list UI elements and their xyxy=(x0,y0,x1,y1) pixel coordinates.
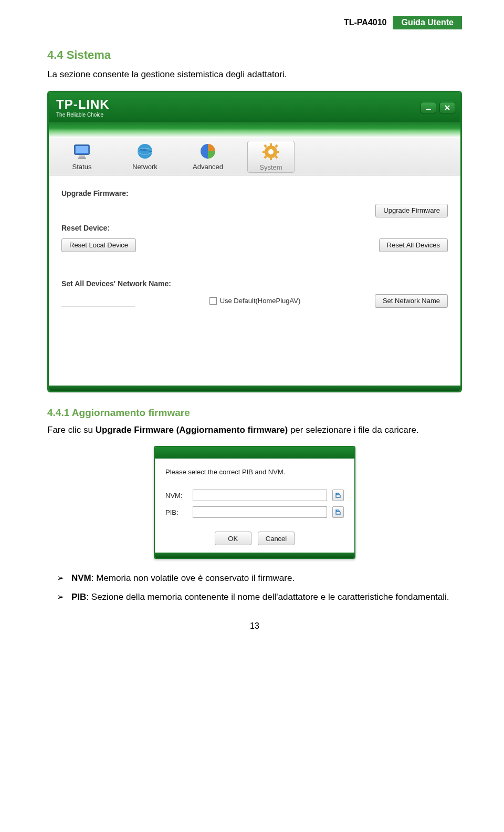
svg-rect-13 xyxy=(276,151,279,153)
dialog-prompt: Please select the correct PIB and NVM. xyxy=(165,468,344,476)
set-network-name-button[interactable]: Set Network Name xyxy=(375,294,448,308)
browse-icon xyxy=(335,492,341,498)
section-title: 4.4 Sistema xyxy=(47,48,462,62)
minimize-button[interactable] xyxy=(421,102,436,113)
dialog-buttons: OK Cancel xyxy=(165,532,344,545)
tab-label: Advanced xyxy=(193,163,223,171)
bullet-list: ➢ NVM: Memoria non volatile ove è conser… xyxy=(57,571,462,604)
upgrade-firmware-label: Upgrade Firmware: xyxy=(61,189,448,197)
globe-icon xyxy=(135,142,154,161)
desc-pre: Fare clic su xyxy=(47,425,96,435)
svg-rect-6 xyxy=(78,158,86,159)
nvm-input[interactable] xyxy=(193,490,327,501)
tab-status[interactable]: Status xyxy=(58,141,106,173)
decorative-swoosh xyxy=(49,122,460,138)
close-icon xyxy=(444,104,451,111)
svg-rect-10 xyxy=(270,143,272,147)
dialog-foot xyxy=(155,553,354,558)
tab-advanced[interactable]: Advanced xyxy=(184,141,232,173)
app-titlebar: TP-LINK The Reliable Choice xyxy=(49,92,460,122)
use-default-checkbox[interactable]: Use Default(HomePlugAV) xyxy=(209,297,301,305)
svg-rect-11 xyxy=(270,157,272,160)
pib-input[interactable] xyxy=(193,506,327,518)
close-button[interactable] xyxy=(439,102,455,113)
svg-rect-16 xyxy=(275,144,278,147)
window-controls xyxy=(421,102,455,113)
reset-local-button[interactable]: Reset Local Device xyxy=(61,238,136,252)
gear-icon xyxy=(261,142,280,161)
minimize-icon xyxy=(425,104,432,111)
ok-button[interactable]: OK xyxy=(215,532,251,545)
bullet-key: PIB xyxy=(71,592,86,602)
svg-point-18 xyxy=(268,149,274,154)
tab-system[interactable]: System xyxy=(247,141,295,173)
upgrade-firmware-button[interactable]: Upgrade Firmware xyxy=(375,204,448,217)
dialog-body: Please select the correct PIB and NVM. N… xyxy=(155,459,354,553)
bullet-icon: ➢ xyxy=(57,571,64,585)
tab-label: Status xyxy=(72,163,92,171)
pib-field: PIB: xyxy=(165,506,344,518)
checkbox-label: Use Default(HomePlugAV) xyxy=(220,297,301,305)
bullet-pib: ➢ PIB: Sezione della memoria contenente … xyxy=(57,590,462,604)
bullet-nvm: ➢ NVM: Memoria non volatile ove è conser… xyxy=(57,571,462,585)
nvm-field: NVM: xyxy=(165,490,344,501)
pib-label: PIB: xyxy=(165,508,187,516)
svg-rect-12 xyxy=(262,151,266,153)
network-name-input[interactable] xyxy=(61,295,135,307)
desc-bold: Upgrade Firmware (Aggiornamento firmware… xyxy=(96,425,288,435)
tab-label: System xyxy=(259,163,282,171)
logo-main: TP-LINK xyxy=(56,97,110,112)
svg-rect-14 xyxy=(264,144,267,147)
system-panel: Upgrade Firmware: Upgrade Firmware Reset… xyxy=(49,175,460,386)
checkbox-icon xyxy=(209,297,217,305)
tab-label: Network xyxy=(132,163,158,171)
nvm-label: NVM: xyxy=(165,492,187,500)
reset-all-button[interactable]: Reset All Devices xyxy=(379,238,448,252)
bullet-text: : Memoria non volatile ove è conservato … xyxy=(91,573,295,583)
cancel-button[interactable]: Cancel xyxy=(258,532,295,545)
bullet-key: NVM xyxy=(71,573,91,583)
bullet-text: : Sezione della memoria contenente il no… xyxy=(86,592,449,602)
logo-sub: The Reliable Choice xyxy=(56,112,110,118)
main-toolbar: Status Network Advanced System xyxy=(49,138,460,175)
app-footer-bar xyxy=(49,386,460,391)
reset-device-label: Reset Device: xyxy=(61,224,448,232)
section-desc: La sezione consente la gestione sistemis… xyxy=(47,68,462,81)
svg-rect-4 xyxy=(76,146,88,153)
chart-icon xyxy=(198,142,217,161)
doc-header: TL-PA4010 Guida Utente xyxy=(47,16,462,29)
page-number: 13 xyxy=(47,621,462,631)
pib-browse-button[interactable] xyxy=(332,506,344,518)
svg-rect-5 xyxy=(79,155,85,158)
browse-icon xyxy=(335,509,341,515)
tab-network[interactable]: Network xyxy=(121,141,169,173)
bullet-icon: ➢ xyxy=(57,590,64,604)
app-window: TP-LINK The Reliable Choice Status xyxy=(47,91,462,392)
subsection-desc: Fare clic su Upgrade Firmware (Aggiornam… xyxy=(47,424,462,437)
dialog-head xyxy=(155,447,354,459)
set-network-name-label: Set All Devices' Network Name: xyxy=(61,279,448,288)
nvm-browse-button[interactable] xyxy=(332,490,344,501)
firmware-dialog: Please select the correct PIB and NVM. N… xyxy=(154,446,355,559)
desc-post: per selezionare i file da caricare. xyxy=(288,425,418,435)
model-number: TL-PA4010 xyxy=(338,16,393,29)
subsection-title: 4.4.1 Aggiornamento firmware xyxy=(47,407,462,419)
guide-badge: Guida Utente xyxy=(393,16,462,29)
monitor-icon xyxy=(72,142,91,161)
logo: TP-LINK The Reliable Choice xyxy=(56,97,110,118)
